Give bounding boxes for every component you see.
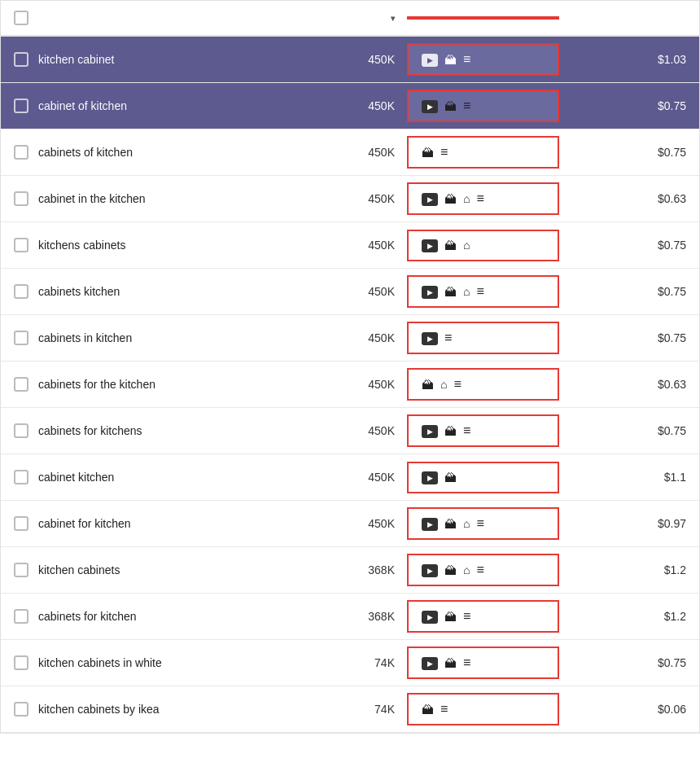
cell-keyword: kitchen cabinets — [1, 554, 302, 585]
video-icon: ▶ — [422, 285, 438, 299]
cpc-value: $0.75 — [658, 331, 686, 344]
cpc-value: $1.2 — [664, 610, 686, 623]
shop-icon: ⌂ — [463, 285, 470, 298]
image-icon: 🏔 — [444, 517, 457, 531]
cell-search-vol: 450K — [302, 138, 408, 167]
cell-search-vol: 450K — [302, 91, 408, 121]
shop-icon: ⌂ — [463, 517, 470, 530]
keyword-text: kitchen cabinets by ikea — [38, 703, 160, 716]
list-icon: ≡ — [476, 284, 483, 299]
keyword-text: cabinet in the kitchen — [38, 192, 146, 205]
keyword-text: kitchen cabinets — [38, 563, 120, 576]
cpc-value: $1.2 — [664, 563, 686, 576]
keyword-text: cabinets for kitchen — [38, 610, 137, 623]
keyword-text: cabinets of kitchen — [38, 146, 133, 159]
cell-serp-features: ▶ 🏔 ⌂ ≡ — [408, 554, 558, 585]
table-row: cabinets for the kitchen 450K 🏔 ⌂ ≡ $0.6… — [1, 362, 699, 408]
video-icon: ▶ — [422, 239, 438, 252]
cell-cpc: $0.75 — [558, 230, 699, 260]
row-checkbox[interactable] — [14, 702, 28, 717]
cell-keyword: cabinets kitchen — [1, 276, 302, 307]
video-icon: ▶ — [422, 563, 438, 577]
shop-icon: ⌂ — [440, 378, 447, 391]
video-icon: ▶ — [422, 610, 438, 624]
list-icon: ≡ — [463, 609, 470, 624]
cell-keyword: cabinet kitchen — [1, 462, 302, 493]
cell-search-vol: 450K — [302, 323, 408, 353]
cell-cpc: $1.03 — [558, 45, 699, 74]
cell-keyword: cabinets for the kitchen — [1, 369, 302, 400]
video-icon: ▶ — [422, 99, 438, 113]
cell-search-vol: 368K — [302, 555, 408, 585]
cell-cpc: $0.75 — [558, 277, 699, 306]
list-icon: ≡ — [463, 423, 470, 438]
row-checkbox[interactable] — [14, 331, 28, 345]
table-row: cabinet of kitchen 450K ▶ 🏔 ≡ $0.75 — [1, 83, 699, 129]
search-vol-value: 450K — [368, 285, 395, 298]
table-row: kitchen cabinets by ikea 74K 🏔 ≡ $0.06 — [1, 686, 699, 733]
cell-cpc: $1.2 — [558, 555, 699, 585]
select-all-checkbox[interactable] — [14, 11, 28, 25]
table-row: cabinets in kitchen 450K ▶ ≡ $0.75 — [1, 315, 699, 362]
row-checkbox[interactable] — [14, 655, 28, 670]
table-row: kitchen cabinets in white 74K ▶ 🏔 ≡ $0.7… — [1, 640, 699, 686]
shop-icon: ⌂ — [463, 192, 470, 205]
search-vol-value: 450K — [368, 378, 395, 391]
cpc-value: $0.75 — [658, 99, 686, 112]
search-vol-value: 368K — [368, 610, 395, 623]
row-checkbox[interactable] — [14, 99, 28, 113]
keyword-text: kitchens cabinets — [38, 239, 125, 252]
search-vol-value: 74K — [374, 703, 395, 716]
table-row: cabinets for kitchen 368K ▶ 🏔 ≡ $1.2 — [1, 594, 699, 640]
search-vol-value: 450K — [368, 471, 395, 484]
cell-serp-features: 🏔 ≡ — [408, 137, 558, 168]
cell-search-vol: 450K — [302, 416, 408, 445]
list-icon: ≡ — [476, 563, 483, 577]
image-icon: 🏔 — [422, 378, 434, 392]
row-checkbox[interactable] — [14, 284, 28, 299]
row-checkbox[interactable] — [14, 52, 28, 67]
header-search-vol[interactable]: ▾ — [302, 14, 408, 23]
cell-serp-features: ▶ 🏔 ≡ — [408, 601, 558, 632]
cell-serp-features: ▶ 🏔 ≡ — [408, 415, 558, 446]
cell-search-vol: 74K — [302, 648, 408, 677]
keyword-text: cabinets for the kitchen — [38, 378, 155, 391]
row-checkbox[interactable] — [14, 191, 28, 206]
image-icon: 🏔 — [444, 285, 457, 299]
cell-cpc: $0.75 — [558, 416, 699, 445]
row-checkbox[interactable] — [14, 609, 28, 624]
cell-search-vol: 74K — [302, 695, 408, 724]
video-icon: ▶ — [422, 656, 438, 670]
header-keyword — [1, 11, 302, 25]
search-vol-value: 450K — [368, 331, 395, 344]
cell-keyword: cabinets for kitchen — [1, 601, 302, 632]
row-checkbox[interactable] — [14, 563, 28, 577]
cpc-value: $0.75 — [658, 239, 686, 252]
row-checkbox[interactable] — [14, 238, 28, 252]
row-checkbox[interactable] — [14, 377, 28, 392]
cell-serp-features: ▶ ≡ — [408, 322, 558, 353]
cell-keyword: kitchen cabinets in white — [1, 647, 302, 678]
cell-cpc: $1.2 — [558, 602, 699, 631]
cell-cpc: $0.75 — [558, 648, 699, 677]
list-icon: ≡ — [463, 99, 470, 113]
cell-search-vol: 368K — [302, 602, 408, 631]
cpc-value: $0.06 — [658, 703, 686, 716]
search-vol-value: 450K — [368, 424, 395, 437]
list-icon: ≡ — [476, 191, 483, 206]
keyword-text: kitchen cabinet — [38, 53, 114, 66]
shop-icon: ⌂ — [463, 239, 470, 252]
image-icon: 🏔 — [422, 146, 434, 160]
row-checkbox[interactable] — [14, 423, 28, 438]
cell-keyword: cabinet of kitchen — [1, 90, 302, 121]
row-checkbox[interactable] — [14, 516, 28, 531]
list-icon: ≡ — [463, 52, 470, 67]
cpc-value: $0.75 — [658, 146, 686, 159]
list-icon: ≡ — [476, 516, 483, 531]
row-checkbox[interactable] — [14, 145, 28, 160]
row-checkbox[interactable] — [14, 470, 28, 484]
table-row: kitchen cabinet 450K ▶ 🏔 ≡ $1.03 — [1, 37, 699, 83]
image-icon: 🏔 — [444, 192, 457, 206]
cell-cpc: $0.63 — [558, 370, 699, 399]
cell-serp-features: ▶ 🏔 ⌂ — [408, 230, 558, 261]
